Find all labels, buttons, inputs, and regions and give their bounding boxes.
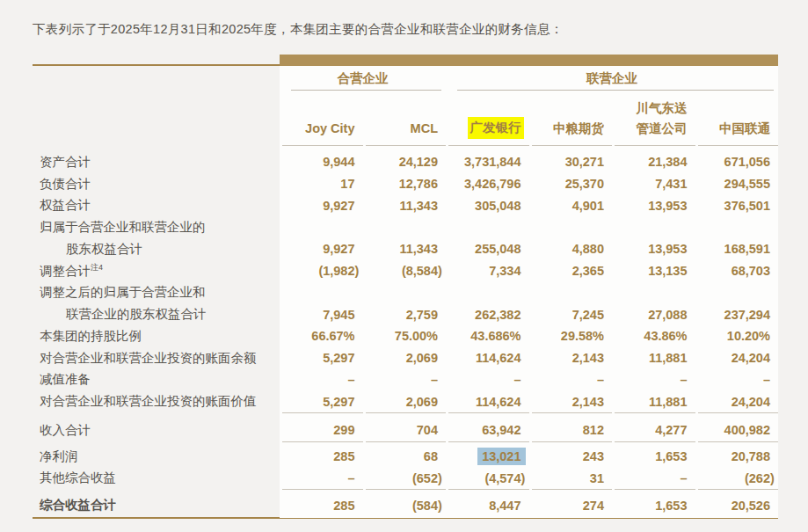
cell-value: (4,574)	[484, 471, 520, 485]
cell-value: 10.20%	[727, 329, 770, 343]
table-cell: 114,624	[446, 395, 529, 409]
rule-segment	[280, 489, 363, 490]
column-header-1: Joy City	[280, 91, 363, 146]
table-cell: 7,431	[612, 177, 695, 191]
group-header-label: 合营企业	[338, 70, 389, 87]
table-cell: 5,297	[280, 395, 363, 409]
table-cell: 4,901	[529, 199, 613, 213]
table-cell: 20,526	[695, 499, 779, 513]
table-cell: 24,204	[695, 351, 779, 365]
table-row: 权益合计9,92711,343305,0484,90113,953376,501	[33, 195, 778, 217]
cell-value: 274	[583, 499, 604, 513]
row-label: 归属于合营企业和联营企业的	[33, 219, 280, 236]
financial-info-table: 合营企业 联营企业 Joy CityMCL广发银行中粮期货川气东送管道公司中国联…	[33, 55, 778, 519]
table-row: 本集团的持股比例66.67%75.00%43.686%29.58%43.86%1…	[33, 325, 778, 347]
rule-label-gap	[33, 441, 280, 442]
row-label: 收入合计	[33, 422, 280, 439]
table-row: 减值准备––––––	[33, 369, 778, 391]
cell-value: 21,384	[648, 155, 687, 169]
column-header-2: MCL	[363, 91, 447, 146]
cell-value: 13,021	[482, 449, 520, 463]
cell-value: 9,927	[323, 199, 354, 213]
table-row: 归属于合营企业和联营企业的	[33, 216, 778, 238]
table-cell: 9,927	[280, 242, 363, 256]
table-cell: 4,880	[529, 242, 613, 256]
rule-label-gap	[33, 489, 280, 490]
table-cell: 704	[363, 423, 447, 437]
cell-value: (652)	[412, 471, 438, 485]
cell-value: 7,245	[572, 308, 604, 322]
table-cell: 10.20%	[695, 329, 779, 343]
table-cell: 262,382	[446, 308, 529, 322]
cell-value: –	[680, 471, 687, 485]
cell-value: 305,048	[475, 199, 520, 213]
table-cell: 20,788	[695, 449, 779, 463]
table-cell: 243	[529, 449, 613, 463]
column-header-4: 中粮期货	[529, 91, 613, 146]
table-cell: 63,942	[446, 423, 529, 437]
cell-value: (584)	[412, 499, 438, 513]
cell-value: 671,056	[724, 155, 770, 169]
cell-value: 4,901	[572, 199, 604, 213]
table-cell: 2,143	[529, 351, 613, 365]
table-cell: 13,953	[612, 242, 695, 256]
cell-value: 17	[340, 177, 354, 191]
rule-segment	[695, 489, 779, 490]
cell-value: 2,143	[572, 395, 604, 409]
row-label: 减值准备	[33, 371, 280, 388]
table-row: 股东权益合计9,92711,343255,0484,88013,953168,5…	[33, 238, 778, 260]
table-top-gold-bar	[280, 55, 778, 66]
hanging-paren: )	[770, 471, 775, 485]
cell-value: 31	[590, 471, 604, 485]
cell-value: 30,271	[565, 155, 604, 169]
table-cell: 2,143	[529, 395, 613, 409]
hanging-paren: )	[355, 264, 360, 278]
column-header-6: 中国联通	[695, 91, 779, 146]
table-cell: (4,574)	[446, 471, 529, 485]
cell-value: 13,953	[648, 199, 687, 213]
table-cell: 11,881	[612, 351, 695, 365]
row-label-footnote: 注4	[91, 263, 103, 272]
table-cell: 21,384	[612, 155, 695, 169]
cell-value: –	[347, 471, 354, 485]
cell-value: 285	[333, 449, 354, 463]
table-cell: 9,927	[280, 199, 363, 213]
column-header-row: Joy CityMCL广发银行中粮期货川气东送管道公司中国联通	[33, 91, 778, 146]
row-label: 股东权益合计	[33, 241, 280, 258]
cell-value: 285	[333, 499, 354, 513]
table-cell: –	[280, 471, 363, 485]
table-cell: 3,731,844	[446, 155, 529, 169]
rule-segment	[695, 441, 779, 442]
cell-value: 7,945	[323, 308, 354, 322]
table-cell: 11,343	[363, 242, 447, 256]
table-cell: 2,069	[363, 351, 447, 365]
table-cell: 12,786	[363, 177, 447, 191]
rule-label-gap	[33, 412, 280, 413]
cell-value: 43.86%	[644, 329, 687, 343]
cell-value: 400,982	[724, 423, 770, 437]
row-label: 对合营企业和联营企业投资的账面余额	[33, 350, 280, 367]
cell-value: 704	[417, 423, 438, 437]
table-cell: 2,069	[363, 395, 447, 409]
table-row: 综合收益合计285(584)8,4472741,65320,526	[33, 494, 778, 516]
section-rule	[33, 489, 778, 490]
rule-segment	[612, 412, 695, 413]
table-cell: 43.86%	[612, 329, 695, 343]
table-cell: 9,944	[280, 155, 363, 169]
group-header-associates: 联营企业	[446, 66, 778, 91]
rule-segment	[529, 441, 613, 442]
cell-value: 294,555	[724, 177, 770, 191]
table-cell: (8,584)	[363, 264, 447, 278]
table-cell: –	[529, 373, 613, 387]
cell-value: 812	[583, 423, 604, 437]
table-body: 资产合计9,94424,1293,731,84430,27121,384671,…	[33, 146, 778, 516]
table-row: 净利润2856813,0212431,65320,788	[33, 446, 778, 468]
rule-segment	[363, 489, 447, 490]
cell-value: (262)	[745, 471, 770, 485]
table-cell: 29.58%	[529, 329, 613, 343]
yellow-highlight: 广发银行	[468, 117, 524, 139]
rule-segment	[529, 489, 613, 490]
cell-value: 114,624	[476, 395, 521, 409]
group-header-joint-ventures: 合营企业	[280, 66, 446, 91]
table-cell: 274	[529, 499, 613, 513]
